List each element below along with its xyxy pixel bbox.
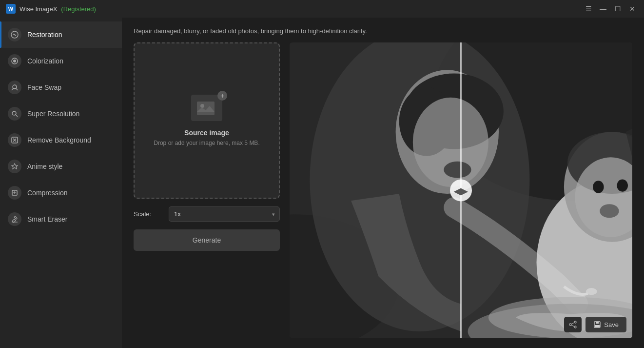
svg-text:◀▶: ◀▶	[454, 186, 469, 196]
svg-point-4	[12, 111, 16, 115]
svg-point-2	[13, 60, 16, 62]
svg-rect-15	[197, 102, 215, 115]
preview-image: ◀▶	[290, 42, 632, 338]
sidebar-item-face-swap[interactable]: Face Swap	[0, 74, 122, 101]
scale-select[interactable]: 1x 2x 4x	[169, 206, 280, 222]
titlebar-left: W Wise ImageX (Registered)	[6, 4, 96, 14]
svg-marker-9	[12, 164, 18, 169]
upload-hint: Drop or add your image here, max 5 MB.	[154, 140, 259, 146]
share-button[interactable]	[564, 317, 582, 332]
svg-point-29	[444, 162, 471, 178]
svg-point-37	[600, 204, 619, 218]
sidebar-item-colorization[interactable]: Colorization	[0, 48, 122, 74]
colorization-icon	[8, 54, 21, 68]
svg-rect-52	[596, 322, 599, 324]
sidebar-item-smart-eraser[interactable]: Smart Eraser	[0, 206, 122, 232]
super-resolution-label: Super Resolution	[27, 110, 79, 118]
svg-point-46	[574, 321, 576, 323]
sidebar-item-restoration[interactable]: Restoration	[0, 21, 122, 48]
compression-icon	[8, 186, 21, 200]
smart-eraser-icon	[8, 212, 21, 226]
sidebar-item-super-resolution[interactable]: Super Resolution	[0, 101, 122, 127]
sidebar-item-remove-background[interactable]: Remove Background	[0, 127, 122, 153]
remove-background-icon	[8, 133, 21, 147]
preview-actions: Save	[564, 317, 626, 332]
svg-line-5	[16, 115, 18, 117]
svg-point-16	[200, 104, 204, 108]
page-description: Repair damaged, blurry, or faded old pho…	[134, 27, 632, 35]
app-logo: W	[6, 4, 16, 14]
left-panel: + Source image Drop or add your image he…	[134, 42, 280, 338]
face-swap-label: Face Swap	[27, 83, 61, 91]
content-area: Repair damaged, blurry, or faded old pho…	[122, 18, 644, 348]
smart-eraser-label: Smart Eraser	[27, 215, 67, 223]
anime-style-icon	[8, 160, 21, 173]
scale-select-wrapper: 1x 2x 4x ▾	[169, 206, 280, 222]
sidebar-item-compression[interactable]: Compression	[0, 180, 122, 206]
remove-background-label: Remove Background	[27, 136, 91, 144]
super-resolution-icon	[8, 107, 21, 121]
menu-button[interactable]: ☰	[583, 3, 594, 15]
svg-line-50	[571, 325, 574, 327]
restoration-label: Restoration	[27, 31, 62, 39]
close-button[interactable]: ✕	[626, 3, 638, 15]
svg-point-47	[574, 326, 576, 328]
anime-style-label: Anime style	[27, 163, 62, 170]
main-layout: Restoration Colorization Face Swap	[0, 18, 644, 348]
upload-plus-icon: +	[217, 91, 227, 101]
minimize-button[interactable]: —	[597, 3, 609, 15]
app-registered-badge: (Registered)	[61, 5, 96, 13]
svg-line-49	[571, 323, 574, 324]
colorization-label: Colorization	[27, 57, 63, 65]
restoration-icon	[8, 28, 21, 41]
preview-panel: ◀▶	[290, 42, 632, 338]
share-icon	[569, 321, 577, 328]
scale-row: Scale: 1x 2x 4x ▾	[134, 206, 280, 222]
sidebar-item-anime-style[interactable]: Anime style	[0, 153, 122, 180]
save-icon	[593, 321, 601, 328]
svg-point-35	[593, 181, 604, 193]
generate-button[interactable]: Generate	[134, 229, 280, 251]
sidebar: Restoration Colorization Face Swap	[0, 18, 122, 348]
upload-icon-wrap: +	[191, 95, 222, 121]
upload-area[interactable]: + Source image Drop or add your image he…	[134, 42, 280, 199]
upload-label: Source image	[184, 129, 229, 137]
compression-label: Compression	[27, 189, 67, 197]
svg-point-48	[569, 324, 571, 326]
maximize-button[interactable]: ☐	[612, 3, 624, 15]
image-placeholder-icon	[191, 95, 222, 121]
save-button[interactable]: Save	[585, 317, 626, 332]
scale-label: Scale:	[134, 210, 163, 218]
face-swap-icon	[8, 81, 21, 94]
svg-rect-13	[14, 216, 17, 219]
titlebar-controls: ☰ — ☐ ✕	[583, 3, 638, 15]
svg-rect-53	[595, 325, 600, 327]
app-title: Wise ImageX	[20, 5, 57, 13]
workspace: + Source image Drop or add your image he…	[134, 42, 632, 338]
titlebar: W Wise ImageX (Registered) ☰ — ☐ ✕	[0, 0, 644, 18]
svg-point-36	[617, 179, 628, 191]
